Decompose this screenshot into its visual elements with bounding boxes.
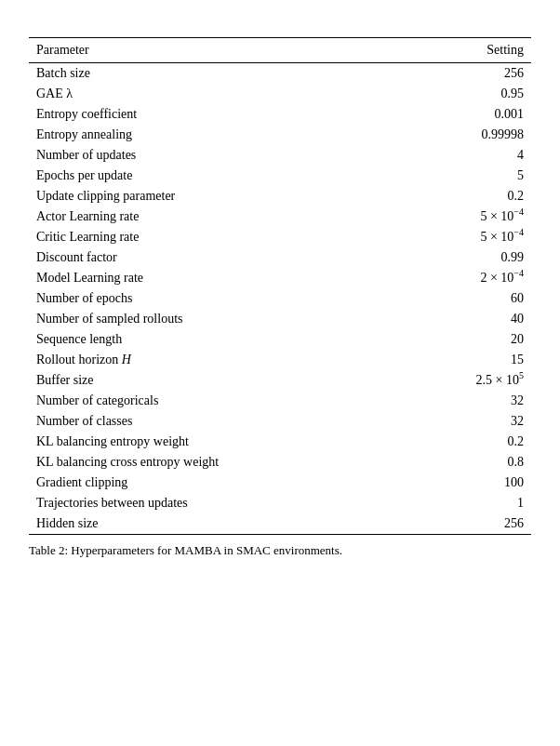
parameter-cell: Buffer size: [29, 370, 410, 391]
parameter-cell: Number of sampled rollouts: [29, 309, 410, 329]
parameter-cell: Entropy annealing: [29, 125, 410, 145]
table-row: Number of sampled rollouts40: [29, 309, 531, 329]
setting-cell: 0.8: [410, 452, 531, 473]
parameter-cell: Entropy coefficient: [29, 104, 410, 125]
setting-cell: 0.95: [410, 84, 531, 104]
parameter-cell: Discount factor: [29, 247, 410, 268]
setting-cell: 4: [410, 145, 531, 166]
parameter-cell: Number of epochs: [29, 288, 410, 309]
setting-cell: 0.001: [410, 104, 531, 125]
table-row: Number of updates4: [29, 145, 531, 166]
parameter-cell: Rollout horizon H: [29, 350, 410, 370]
parameter-cell: Batch size: [29, 63, 410, 85]
setting-cell: 1: [410, 493, 531, 513]
table-row: KL balancing cross entropy weight0.8: [29, 452, 531, 473]
parameter-column-header: Parameter: [29, 38, 410, 63]
table-row: Buffer size2.5 × 105: [29, 370, 531, 391]
setting-cell: 2.5 × 105: [410, 370, 531, 391]
table-row: Actor Learning rate5 × 10−4: [29, 206, 531, 227]
table-row: Batch size256: [29, 63, 531, 85]
parameter-cell: Number of updates: [29, 145, 410, 166]
table-row: Model Learning rate2 × 10−4: [29, 268, 531, 288]
setting-cell: 5 × 10−4: [410, 227, 531, 247]
table-row: GAE λ0.95: [29, 84, 531, 104]
setting-cell: 32: [410, 391, 531, 411]
parameter-cell: KL balancing cross entropy weight: [29, 452, 410, 473]
table-row: Hidden size256: [29, 513, 531, 535]
setting-cell: 0.99: [410, 247, 531, 268]
table-caption: Table 2: Hyperparameters for MAMBA in SM…: [29, 542, 531, 559]
table-row: KL balancing entropy weight0.2: [29, 432, 531, 452]
table-row: Entropy coefficient0.001: [29, 104, 531, 125]
table-row: Trajectories between updates1: [29, 493, 531, 513]
setting-cell: 32: [410, 411, 531, 432]
parameter-cell: Epochs per update: [29, 166, 410, 186]
setting-cell: 100: [410, 473, 531, 493]
parameter-cell: Trajectories between updates: [29, 493, 410, 513]
parameter-cell: Number of classes: [29, 411, 410, 432]
table-row: Update clipping parameter0.2: [29, 186, 531, 206]
table-row: Critic Learning rate5 × 10−4: [29, 227, 531, 247]
setting-cell: 2 × 10−4: [410, 268, 531, 288]
table-row: Sequence length20: [29, 329, 531, 350]
table-row: Number of categoricals32: [29, 391, 531, 411]
parameter-cell: Update clipping parameter: [29, 186, 410, 206]
table-row: Entropy annealing0.99998: [29, 125, 531, 145]
setting-cell: 20: [410, 329, 531, 350]
parameters-table: Parameter Setting Batch size256GAE λ0.95…: [29, 37, 531, 535]
table-row: Number of classes32: [29, 411, 531, 432]
parameter-cell: Actor Learning rate: [29, 206, 410, 227]
table-row: Number of epochs60: [29, 288, 531, 309]
parameter-cell: Hidden size: [29, 513, 410, 535]
parameter-cell: KL balancing entropy weight: [29, 432, 410, 452]
parameter-cell: Critic Learning rate: [29, 227, 410, 247]
parameter-cell: Number of categoricals: [29, 391, 410, 411]
parameter-cell: Model Learning rate: [29, 268, 410, 288]
setting-cell: 60: [410, 288, 531, 309]
setting-cell: 0.2: [410, 186, 531, 206]
table-container: Parameter Setting Batch size256GAE λ0.95…: [29, 37, 531, 559]
setting-cell: 256: [410, 63, 531, 85]
setting-cell: 5: [410, 166, 531, 186]
setting-cell: 256: [410, 513, 531, 535]
table-row: Gradient clipping100: [29, 473, 531, 493]
table-row: Rollout horizon H15: [29, 350, 531, 370]
setting-cell: 0.99998: [410, 125, 531, 145]
table-header-row: Parameter Setting: [29, 38, 531, 63]
parameter-cell: Gradient clipping: [29, 473, 410, 493]
setting-cell: 40: [410, 309, 531, 329]
parameter-cell: Sequence length: [29, 329, 410, 350]
setting-cell: 0.2: [410, 432, 531, 452]
table-row: Discount factor0.99: [29, 247, 531, 268]
setting-cell: 5 × 10−4: [410, 206, 531, 227]
setting-cell: 15: [410, 350, 531, 370]
parameter-cell: GAE λ: [29, 84, 410, 104]
table-row: Epochs per update5: [29, 166, 531, 186]
setting-column-header: Setting: [410, 38, 531, 63]
